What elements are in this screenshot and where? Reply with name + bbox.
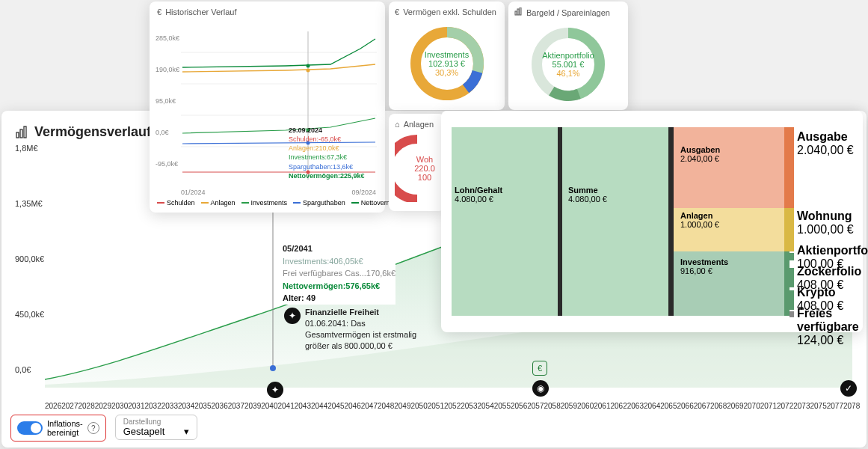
svg-rect-39 <box>789 311 794 317</box>
sankey-panel: Lohn/Gehalt4.080,00 € Summe4.080,00 € Au… <box>441 111 863 332</box>
svg-rect-25 <box>558 127 562 316</box>
wealth-donut-panel: €Vermögen exkl. Schulden Investments102.… <box>389 1 505 110</box>
sankey-ausgaben-label: Ausgaben2.040,00 € <box>680 145 720 163</box>
milestone-text: Finanzielle Freiheit 01.06.2041: Das Ges… <box>305 307 432 351</box>
inflation-toggle[interactable] <box>17 421 43 435</box>
sankey-investments-label: Investments916,00 € <box>680 257 728 275</box>
history-panel: €Historischer Verlauf 285,0k€190,0k€95,0… <box>150 1 385 213</box>
forecast-x-axis: 2026202720282029203020312032203320342035… <box>45 402 856 410</box>
svg-rect-37 <box>789 268 794 287</box>
help-icon[interactable]: ? <box>87 422 99 434</box>
home-icon: ⌂ <box>395 120 400 129</box>
euro-icon: € <box>395 7 399 16</box>
svg-rect-28 <box>674 127 784 208</box>
anlagen-donut-panel: ⌂Anlagen Woh220.0100 <box>389 114 445 211</box>
inflation-toggle-box: Inflations- bereinigt ? <box>10 415 106 442</box>
display-mode-dropdown[interactable]: Darstellung Gestapelt▾ <box>115 415 197 440</box>
svg-rect-19 <box>517 9 519 15</box>
svg-rect-1 <box>20 129 22 138</box>
forecast-y-axis: 1,8M€1,35M€900,0k€450,0k€0,0€ <box>15 144 44 421</box>
timeline-goal-icon[interactable]: ✦ <box>267 382 283 398</box>
history-tooltip: 29.09.2024 Schulden:-65,0k€Anlagen:210,0… <box>289 126 365 180</box>
svg-rect-34 <box>789 127 794 208</box>
milestone-icon[interactable]: ✦ <box>284 308 301 324</box>
forecast-tooltip: 05/2041 Investments:406,05k€Frei verfügb… <box>283 242 395 305</box>
euro-icon: € <box>157 7 161 16</box>
svg-rect-27 <box>668 127 674 316</box>
sankey-anlagen-label: Anlagen1.000,00 € <box>680 211 719 229</box>
cash-donut-panel: Bargeld / Spareinlagen Aktienportfolio55… <box>508 1 628 110</box>
chevron-down-icon: ▾ <box>184 426 189 437</box>
svg-rect-38 <box>789 290 794 310</box>
svg-rect-31 <box>784 208 789 251</box>
sankey-mid-label: Summe4.080,00 € <box>568 186 607 204</box>
svg-rect-24 <box>452 127 558 316</box>
history-y-axis: 285,0k€190,0k€95,0k€0,0€-95,0k€ <box>156 34 179 192</box>
wealth-donut[interactable]: Investments102.913 €30,3% <box>406 22 488 105</box>
anlagen-donut[interactable]: Woh220.0100 <box>395 135 440 202</box>
svg-rect-0 <box>16 132 19 138</box>
sankey-out-ausgabe: Ausgabe2.040,00 € <box>797 130 854 157</box>
svg-point-10 <box>307 64 310 68</box>
svg-rect-36 <box>789 253 794 260</box>
timeline-money-icon[interactable]: € <box>532 361 547 376</box>
tooltip-date: 05/2041 <box>283 242 395 255</box>
bar-chart-icon <box>514 7 523 17</box>
svg-rect-20 <box>520 7 521 15</box>
forecast-title-text: Vermögensverlauf <box>34 124 151 140</box>
svg-rect-2 <box>24 126 26 138</box>
timeline-person-icon[interactable]: ◉ <box>532 380 549 397</box>
timeline-check-icon[interactable]: ✓ <box>840 380 857 397</box>
history-legend: SchuldenAnlagenInvestmentsSparguthabenNe… <box>157 199 407 207</box>
svg-rect-29 <box>784 127 789 208</box>
sankey-out-wohnung: Wohnung1.000,00 € <box>797 210 854 236</box>
svg-rect-33 <box>784 251 789 316</box>
bar-chart-icon <box>15 126 28 139</box>
sankey-out-3: Freies verfügbare124,00 € <box>797 307 863 347</box>
svg-rect-26 <box>562 127 668 316</box>
inflation-toggle-label: Inflations- bereinigt <box>47 419 83 437</box>
svg-rect-18 <box>515 11 517 15</box>
sankey-source-label: Lohn/Gehalt4.080,00 € <box>455 186 502 204</box>
sankey-chart[interactable] <box>450 120 854 323</box>
svg-point-11 <box>307 69 310 73</box>
cash-donut[interactable]: Aktienportfolio55.001 €46,1% <box>527 23 609 106</box>
svg-point-4 <box>270 365 276 371</box>
svg-rect-35 <box>789 208 794 251</box>
